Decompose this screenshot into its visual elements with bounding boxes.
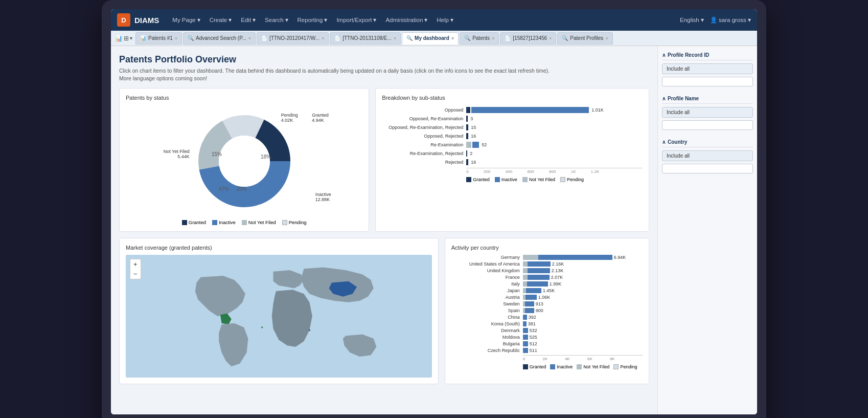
tab-close-ttno2[interactable]: × — [394, 36, 396, 41]
sidebar-input-profile-record-id[interactable] — [662, 77, 753, 86]
axis-1k: 1K — [571, 169, 576, 174]
nav-edit[interactable]: Edit ▾ — [237, 14, 260, 26]
tab-close-patents1[interactable]: × — [175, 36, 177, 41]
tab-close-15827[interactable]: × — [549, 36, 552, 41]
main-content: Patents Portfolio Overview Click on char… — [111, 46, 757, 414]
tab-ttno1[interactable]: 📄 [TTNO-20120417/W... × — [257, 32, 329, 45]
map-zoom-out[interactable]: − — [130, 269, 141, 279]
sidebar-toggle-profile-name[interactable]: ∧ — [662, 96, 666, 101]
breakdown-legend-granted: Granted — [466, 177, 490, 182]
tab-patentprofiles[interactable]: 🔍 Patent Profiles × — [557, 32, 612, 45]
nav-help[interactable]: Help ▾ — [432, 14, 458, 26]
axis-0: 0 — [466, 169, 468, 174]
page-subtitle2: More language options coming soon! — [119, 75, 649, 82]
bar-row-opposed-reex-rej: Opposed, Re-Examination, Rejected 15 — [382, 124, 643, 130]
activity-row-japan: Japan 1.45K — [451, 288, 643, 293]
sidebar-section-title-profile-record-id: ∧ Profile Record ID — [662, 50, 753, 60]
tab-icon-ttno1: 📄 — [261, 35, 267, 41]
tab-bar-grid-icon[interactable]: ⊞ — [124, 35, 129, 42]
sidebar-btn-include-all-country[interactable]: Include all — [662, 150, 753, 161]
nav-right: English ▾ 👤 sara gross ▾ — [680, 16, 751, 24]
activity-row-bulgaria: Bulgaria 512 — [451, 341, 643, 346]
tab-mydashboard[interactable]: 🔍 My dashboard × — [402, 32, 459, 45]
tab-close-patentprofiles[interactable]: × — [605, 36, 608, 41]
donut-label-inactive: Inactive12.88K — [315, 192, 331, 202]
activity-row-austria: Austria 1.06K — [451, 295, 643, 300]
tab-close-patents[interactable]: × — [492, 36, 494, 41]
pct-inactive: 47% — [219, 186, 229, 192]
tab-ttno2[interactable]: 📄 [TTNO-20131108/E... × — [330, 32, 401, 45]
language-selector[interactable]: English ▾ — [680, 16, 704, 24]
sidebar-section-profile-record-id: ∧ Profile Record ID Include all — [662, 50, 753, 86]
patents-by-status-chart[interactable]: Patents by status PendingPending 4.02K4.… — [119, 88, 369, 232]
bar-row-opposed-rej: Opposed, Rejected 16 — [382, 133, 643, 139]
activity-row-moldova: Moldova 525 — [451, 335, 643, 340]
donut-label-notfiled: Not Yet Filed5.44K — [164, 149, 190, 159]
tab-close-ttno1[interactable]: × — [322, 36, 324, 41]
bar-granted-opposed — [466, 107, 470, 113]
axis-400: 400 — [506, 169, 512, 174]
tab-icon-patents1: 📊 — [140, 35, 146, 41]
activity-row-sweden: Sweden 913 — [451, 301, 643, 306]
map-chart[interactable]: Market coverage (granted patents) + − — [119, 238, 439, 384]
dot-nigeria — [261, 327, 263, 328]
bar-row-reex: Re-Examination 52 — [382, 142, 643, 148]
content-area: Patents Portfolio Overview Click on char… — [111, 46, 657, 414]
nav-importexport[interactable]: Import/Export ▾ — [332, 14, 380, 26]
tab-close-advancedsearch[interactable]: × — [248, 36, 251, 41]
dot-south-africa — [309, 329, 310, 331]
bar-row-rejected: Rejected 16 — [382, 159, 643, 165]
activity-chart[interactable]: Activity per country Germany 6.94K — [445, 238, 649, 384]
activity-row-germany: Germany 6.94K — [451, 255, 643, 260]
bar-inactive-opposed — [471, 107, 589, 113]
activity-row-uk: United Kingdom 2.13K — [451, 268, 643, 273]
user-menu[interactable]: 👤 sara gross ▾ — [710, 16, 751, 24]
bar-row-opposed-reex: Opposed, Re-Examination 3 — [382, 116, 643, 122]
tab-bar-dropdown[interactable]: ▾ — [130, 35, 132, 41]
tab-15827[interactable]: 📄 [15827]123456 × — [500, 32, 556, 45]
donut-container: PendingPending 4.02K4.02K Granted4.94K I… — [126, 105, 362, 225]
nav-search[interactable]: Search ▾ — [261, 14, 292, 26]
bar-granted-opposed-reex — [466, 116, 468, 122]
tab-bar-chart-icon[interactable]: 📊 — [115, 35, 123, 42]
breakdown-chart[interactable]: Breakdown by sub-status Opposed 1.01K — [375, 88, 649, 232]
activity-axis-2k: 2K — [542, 357, 547, 361]
nav-mypage[interactable]: My Page ▾ — [168, 14, 204, 26]
pct-granted: 18% — [261, 154, 271, 160]
patents-by-status-title: Patents by status — [126, 95, 362, 101]
nav-administration[interactable]: Administration ▾ — [381, 14, 431, 26]
activity-row-china: China 392 — [451, 315, 643, 320]
tab-icon-mydashboard: 🔍 — [406, 35, 413, 41]
breakdown-title: Breakdown by sub-status — [382, 95, 643, 101]
activity-row-italy: Italy 1.99K — [451, 281, 643, 287]
nav-create[interactable]: Create ▾ — [205, 14, 236, 26]
activity-bars: Germany 6.94K United States of Ame — [451, 255, 643, 369]
app-name: DIAMS — [134, 16, 159, 25]
breakdown-legend-pending: Pending — [560, 177, 584, 182]
sidebar-input-profile-name[interactable] — [662, 120, 753, 130]
nav-reporting[interactable]: Reporting ▾ — [293, 14, 332, 26]
map-zoom-controls[interactable]: + − — [130, 259, 141, 279]
map-title: Market coverage (granted patents) — [126, 245, 432, 251]
activity-row-spain: Spain 900 — [451, 308, 643, 313]
donut-svg: 47% 20% 15% 18% — [193, 110, 295, 212]
bar-inactive-reex — [472, 142, 479, 148]
axis-200: 200 — [484, 169, 490, 174]
tab-patents1[interactable]: 📊 Patents #1 × — [135, 32, 182, 45]
axis-600: 600 — [527, 169, 534, 174]
tab-patents[interactable]: 🔍 Patents × — [460, 32, 499, 45]
tab-close-mydashboard[interactable]: × — [451, 36, 454, 41]
legend-dot-granted — [182, 220, 187, 225]
sidebar-toggle-profile-record-id[interactable]: ∧ — [662, 52, 666, 58]
nav-menu: My Page ▾ Create ▾ Edit ▾ Search ▾ Repor… — [168, 14, 676, 26]
sidebar-toggle-country[interactable]: ∧ — [662, 139, 666, 145]
bar-area-opposed[interactable]: 1.01K — [466, 107, 643, 113]
tab-advancedsearch[interactable]: 🔍 Advanced Search (P... × — [183, 32, 256, 45]
sidebar-input-country[interactable] — [662, 164, 753, 173]
sidebar-btn-include-all-profile-name[interactable]: Include all — [662, 107, 753, 118]
breakdown-legend-notfiled: Not Yet Filed — [522, 177, 555, 182]
sidebar-btn-include-all-record-id[interactable]: Include all — [662, 63, 753, 74]
page-title: Patents Portfolio Overview — [119, 54, 649, 65]
bar-granted-opposed-rej — [466, 133, 468, 139]
map-zoom-in[interactable]: + — [130, 259, 141, 269]
